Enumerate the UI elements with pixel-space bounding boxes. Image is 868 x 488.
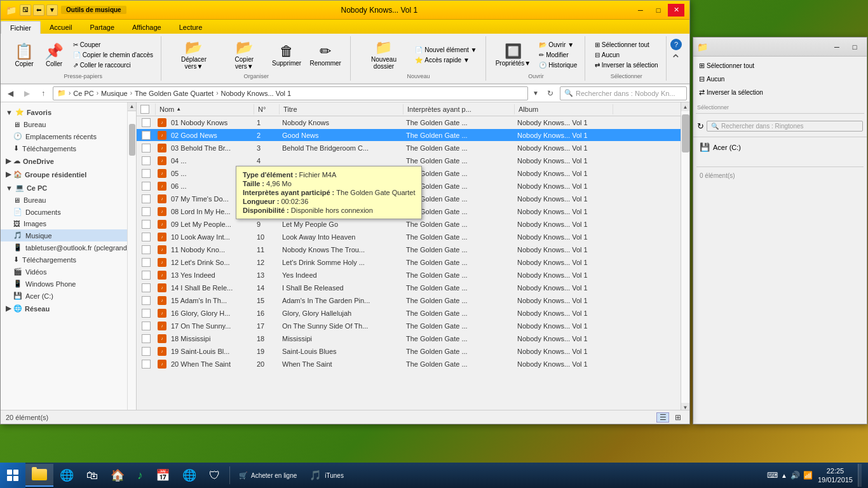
sidebar-scroll-thumb[interactable] — [129, 124, 135, 156]
select-none-btn[interactable]: ⊟ Aucun — [592, 50, 661, 60]
col-titre-header[interactable]: Titre — [280, 104, 403, 114]
maximize-btn-2[interactable]: □ — [846, 41, 863, 53]
vscroll-thumb[interactable] — [682, 114, 689, 152]
sidebar-groupe-header[interactable]: ▶ 🏠 Groupe résidentiel — [1, 168, 127, 181]
sidebar-recent[interactable]: 🕐 Emplacements récents — [1, 130, 127, 142]
sidebar-images[interactable]: 🖼 Images — [1, 218, 127, 229]
col-check-header[interactable] — [137, 104, 156, 115]
checkbox-11[interactable] — [142, 258, 151, 267]
copier-btn[interactable]: 📋 Copier — [10, 41, 39, 69]
table-row[interactable]: ♪ 19 Saint-Louis Bl... 19 Saint-Louis Bl… — [137, 345, 681, 358]
rename-btn[interactable]: ✏ Renommer — [306, 41, 345, 69]
sidebar-tele[interactable]: ⬇ Téléchargements — [1, 254, 127, 266]
table-row[interactable]: ♪ 15 Adam's In Th... 15 Adam's In The Ga… — [137, 294, 681, 307]
checkbox-4[interactable] — [142, 169, 151, 178]
table-row[interactable]: ♪ 01 Nobody Knows 1 Nobody Knows The Gol… — [137, 116, 681, 129]
row-check-16[interactable] — [137, 322, 156, 330]
table-row[interactable]: ♪ 11 Nobody Kno... 11 Nobody Knows The T… — [137, 243, 681, 256]
sidebar-reseau-header[interactable]: ▶ 🌐 Réseau — [1, 302, 127, 315]
sidebar-scroll-up[interactable]: ▲ — [128, 102, 136, 111]
maximize-btn[interactable]: □ — [650, 4, 667, 17]
taskbar-calendar[interactable]: 📅 — [149, 464, 176, 487]
qa-btn-3[interactable]: ▼ — [46, 4, 58, 16]
checkbox-19[interactable] — [142, 360, 151, 369]
checkbox-0[interactable] — [142, 118, 151, 127]
row-check-6[interactable] — [137, 194, 156, 203]
sidebar-downloads[interactable]: ⬇ Téléchargements — [1, 142, 127, 154]
taskbar-home[interactable]: 🏠 — [104, 464, 131, 487]
table-row[interactable]: ♪ 18 Mississipi 18 Mississipi The Golden… — [137, 332, 681, 345]
taskbar-internet[interactable]: 🌐 — [53, 464, 80, 487]
taskbar-itunes[interactable]: 🎵 iTunes — [303, 464, 350, 487]
tab-partage[interactable]: Partage — [81, 21, 123, 34]
volume-icon[interactable]: 🔊 — [790, 471, 800, 480]
checkbox-7[interactable] — [142, 207, 151, 216]
row-check-8[interactable] — [137, 220, 156, 229]
invert-btn-2[interactable]: ⇄ Inverser la sélection — [696, 87, 766, 98]
row-check-13[interactable] — [137, 283, 156, 292]
file-rows-container[interactable]: ♪ 01 Nobody Knows 1 Nobody Knows The Gol… — [137, 116, 681, 412]
taskbar-music[interactable]: ♪ — [131, 464, 149, 487]
table-row[interactable]: ✓ ♪ 02 Good News 2 Good News The Golden … — [137, 129, 681, 142]
search-box[interactable]: 🔍 Rechercher dans : Nobody Kn... — [560, 86, 687, 100]
sidebar-bureau[interactable]: 🖥 Bureau — [1, 119, 127, 130]
tab-lecture[interactable]: Lecture — [170, 21, 212, 34]
paste-shortcut-btn[interactable]: ⇗ Coller le raccourci — [70, 60, 156, 70]
network-icon[interactable]: 📶 — [803, 471, 813, 480]
taskbar-store[interactable]: 🛍 — [80, 464, 104, 487]
row-check-0[interactable] — [137, 118, 156, 127]
search-input-2[interactable]: Rechercher dans : Ringtones — [721, 123, 804, 130]
table-row[interactable]: ♪ 17 On The Sunny... 17 On The Sunny Sid… — [137, 320, 681, 332]
row-check-3[interactable] — [137, 156, 156, 165]
row-check-1[interactable]: ✓ — [137, 131, 156, 140]
qa-btn-2[interactable]: ⬅ — [33, 4, 44, 16]
sidebar-onedrive-header[interactable]: ▶ ☁ OneDrive — [1, 154, 127, 168]
row-check-14[interactable] — [137, 296, 156, 305]
tab-affichage[interactable]: Affichage — [123, 21, 170, 34]
row-check-12[interactable] — [137, 271, 156, 280]
checkbox-13[interactable] — [142, 283, 151, 292]
col-num-header[interactable]: N° — [254, 104, 280, 114]
sidebar-favoris-header[interactable]: ▼ ⭐ Favoris — [1, 105, 127, 119]
qa-btn-1[interactable]: 🖫 — [20, 4, 31, 16]
header-checkbox[interactable] — [140, 105, 149, 114]
minimize-btn-2[interactable]: ─ — [829, 41, 845, 53]
sidebar-musique[interactable]: 🎵 Musique — [1, 229, 127, 241]
checkbox-9[interactable] — [142, 233, 151, 241]
row-check-18[interactable] — [137, 347, 156, 356]
couper-btn[interactable]: ✂ Couper — [70, 40, 156, 50]
checkbox-8[interactable] — [142, 220, 151, 229]
minimize-btn[interactable]: ─ — [632, 4, 649, 17]
checkbox-17[interactable] — [142, 334, 151, 343]
checkbox-1[interactable]: ✓ — [142, 131, 151, 140]
table-row[interactable]: ♪ 09 Let My People... 9 Let My People Go… — [137, 218, 681, 231]
checkbox-5[interactable] — [142, 182, 151, 191]
refresh-icon-2[interactable]: ↻ — [697, 121, 704, 131]
refresh-btn[interactable]: ↻ — [543, 86, 557, 100]
row-check-15[interactable] — [137, 309, 156, 318]
show-desktop-btn[interactable] — [858, 464, 862, 487]
open-btn[interactable]: 📂 Ouvrir ▼ — [536, 40, 580, 50]
table-row[interactable]: ♪ 10 Look Away Int... 10 Look Away Into … — [137, 231, 681, 243]
checkbox-15[interactable] — [142, 309, 151, 318]
delete-btn[interactable]: 🗑 Supprimer — [268, 41, 304, 69]
checkbox-3[interactable] — [142, 156, 151, 165]
table-row[interactable]: ♪ 20 When The Saint 20 When The Saint Th… — [137, 358, 681, 370]
row-check-4[interactable] — [137, 169, 156, 178]
row-check-19[interactable] — [137, 360, 156, 369]
checkbox-16[interactable] — [142, 322, 151, 330]
path-quartet[interactable]: The Golden Gate Quartet — [135, 90, 214, 97]
invert-selection-btn[interactable]: ⇄ Inverser la sélection — [592, 60, 661, 70]
vscroll-up-btn[interactable]: ▲ — [681, 102, 689, 111]
row-check-11[interactable] — [137, 258, 156, 267]
tab-accueil[interactable]: Accueil — [41, 21, 81, 34]
forward-btn[interactable]: ▶ — [20, 86, 34, 100]
checkbox-12[interactable] — [142, 271, 151, 280]
table-row[interactable]: ♪ 04 ... 4 The Golden Gate ... Nobody Kn… — [137, 154, 681, 167]
address-dropdown-btn[interactable]: ▼ — [531, 86, 541, 100]
taskbar-clock[interactable]: 22:25 19/01/2015 — [818, 466, 853, 485]
sidebar-cepc-bureau[interactable]: 🖥 Bureau — [1, 194, 127, 206]
close-btn[interactable]: ✕ — [668, 4, 684, 17]
move-btn[interactable]: 📂 Déplacer vers▼ — [168, 37, 220, 72]
copy-path-btn[interactable]: 📄 Copier le chemin d'accès — [70, 50, 156, 60]
